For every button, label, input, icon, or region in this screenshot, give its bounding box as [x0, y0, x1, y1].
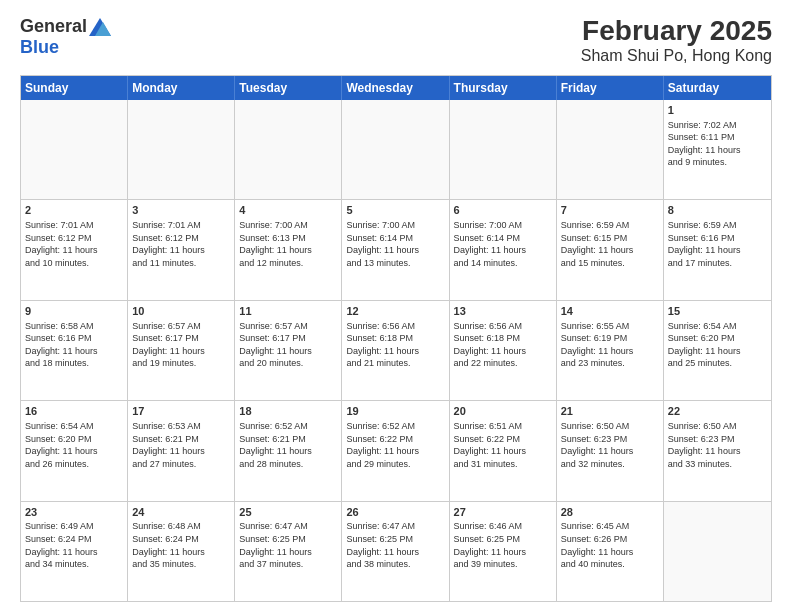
logo-general-text: General: [20, 16, 87, 37]
day-number: 10: [132, 304, 230, 319]
day-info: Sunrise: 7:00 AM Sunset: 6:14 PM Dayligh…: [346, 219, 444, 269]
day-number: 2: [25, 203, 123, 218]
day-info: Sunrise: 7:00 AM Sunset: 6:14 PM Dayligh…: [454, 219, 552, 269]
day-info: Sunrise: 6:50 AM Sunset: 6:23 PM Dayligh…: [668, 420, 767, 470]
day-number: 27: [454, 505, 552, 520]
day-number: 1: [668, 103, 767, 118]
day-number: 21: [561, 404, 659, 419]
day-number: 7: [561, 203, 659, 218]
cal-cell-2-4: 13Sunrise: 6:56 AM Sunset: 6:18 PM Dayli…: [450, 301, 557, 400]
calendar-row-3: 16Sunrise: 6:54 AM Sunset: 6:20 PM Dayli…: [21, 400, 771, 500]
cal-cell-0-5: [557, 100, 664, 199]
day-number: 19: [346, 404, 444, 419]
cal-cell-0-1: [128, 100, 235, 199]
day-info: Sunrise: 6:46 AM Sunset: 6:25 PM Dayligh…: [454, 520, 552, 570]
cal-cell-3-0: 16Sunrise: 6:54 AM Sunset: 6:20 PM Dayli…: [21, 401, 128, 500]
cal-cell-1-2: 4Sunrise: 7:00 AM Sunset: 6:13 PM Daylig…: [235, 200, 342, 299]
cal-cell-4-0: 23Sunrise: 6:49 AM Sunset: 6:24 PM Dayli…: [21, 502, 128, 601]
day-info: Sunrise: 6:53 AM Sunset: 6:21 PM Dayligh…: [132, 420, 230, 470]
header-wednesday: Wednesday: [342, 76, 449, 100]
cal-cell-2-5: 14Sunrise: 6:55 AM Sunset: 6:19 PM Dayli…: [557, 301, 664, 400]
title-month: February 2025: [581, 16, 772, 47]
day-number: 3: [132, 203, 230, 218]
day-info: Sunrise: 6:50 AM Sunset: 6:23 PM Dayligh…: [561, 420, 659, 470]
title-block: February 2025 Sham Shui Po, Hong Kong: [581, 16, 772, 65]
day-info: Sunrise: 6:47 AM Sunset: 6:25 PM Dayligh…: [239, 520, 337, 570]
day-info: Sunrise: 6:45 AM Sunset: 6:26 PM Dayligh…: [561, 520, 659, 570]
cal-cell-3-6: 22Sunrise: 6:50 AM Sunset: 6:23 PM Dayli…: [664, 401, 771, 500]
day-number: 22: [668, 404, 767, 419]
day-number: 17: [132, 404, 230, 419]
cal-cell-2-1: 10Sunrise: 6:57 AM Sunset: 6:17 PM Dayli…: [128, 301, 235, 400]
cal-cell-0-6: 1Sunrise: 7:02 AM Sunset: 6:11 PM Daylig…: [664, 100, 771, 199]
day-number: 5: [346, 203, 444, 218]
cal-cell-1-4: 6Sunrise: 7:00 AM Sunset: 6:14 PM Daylig…: [450, 200, 557, 299]
day-info: Sunrise: 7:01 AM Sunset: 6:12 PM Dayligh…: [132, 219, 230, 269]
cal-cell-3-5: 21Sunrise: 6:50 AM Sunset: 6:23 PM Dayli…: [557, 401, 664, 500]
day-number: 8: [668, 203, 767, 218]
calendar-row-0: 1Sunrise: 7:02 AM Sunset: 6:11 PM Daylig…: [21, 100, 771, 199]
day-info: Sunrise: 6:59 AM Sunset: 6:15 PM Dayligh…: [561, 219, 659, 269]
day-number: 11: [239, 304, 337, 319]
day-number: 13: [454, 304, 552, 319]
cal-cell-0-0: [21, 100, 128, 199]
cal-cell-0-3: [342, 100, 449, 199]
cal-cell-2-6: 15Sunrise: 6:54 AM Sunset: 6:20 PM Dayli…: [664, 301, 771, 400]
logo: General Blue: [20, 16, 111, 58]
logo-icon: [89, 18, 111, 36]
day-info: Sunrise: 6:58 AM Sunset: 6:16 PM Dayligh…: [25, 320, 123, 370]
cal-cell-4-3: 26Sunrise: 6:47 AM Sunset: 6:25 PM Dayli…: [342, 502, 449, 601]
cal-cell-2-0: 9Sunrise: 6:58 AM Sunset: 6:16 PM Daylig…: [21, 301, 128, 400]
header-saturday: Saturday: [664, 76, 771, 100]
day-number: 23: [25, 505, 123, 520]
cal-cell-3-3: 19Sunrise: 6:52 AM Sunset: 6:22 PM Dayli…: [342, 401, 449, 500]
cal-cell-1-5: 7Sunrise: 6:59 AM Sunset: 6:15 PM Daylig…: [557, 200, 664, 299]
header-sunday: Sunday: [21, 76, 128, 100]
cal-cell-4-2: 25Sunrise: 6:47 AM Sunset: 6:25 PM Dayli…: [235, 502, 342, 601]
header: General Blue February 2025 Sham Shui Po,…: [20, 16, 772, 65]
day-number: 20: [454, 404, 552, 419]
day-info: Sunrise: 7:00 AM Sunset: 6:13 PM Dayligh…: [239, 219, 337, 269]
day-info: Sunrise: 6:54 AM Sunset: 6:20 PM Dayligh…: [25, 420, 123, 470]
header-monday: Monday: [128, 76, 235, 100]
cal-cell-2-2: 11Sunrise: 6:57 AM Sunset: 6:17 PM Dayli…: [235, 301, 342, 400]
header-thursday: Thursday: [450, 76, 557, 100]
header-tuesday: Tuesday: [235, 76, 342, 100]
calendar-header: Sunday Monday Tuesday Wednesday Thursday…: [21, 76, 771, 100]
day-info: Sunrise: 7:02 AM Sunset: 6:11 PM Dayligh…: [668, 119, 767, 169]
calendar-row-4: 23Sunrise: 6:49 AM Sunset: 6:24 PM Dayli…: [21, 501, 771, 601]
cal-cell-2-3: 12Sunrise: 6:56 AM Sunset: 6:18 PM Dayli…: [342, 301, 449, 400]
cal-cell-1-6: 8Sunrise: 6:59 AM Sunset: 6:16 PM Daylig…: [664, 200, 771, 299]
day-info: Sunrise: 6:56 AM Sunset: 6:18 PM Dayligh…: [346, 320, 444, 370]
logo-blue-text: Blue: [20, 37, 59, 58]
cal-cell-3-1: 17Sunrise: 6:53 AM Sunset: 6:21 PM Dayli…: [128, 401, 235, 500]
cal-cell-4-4: 27Sunrise: 6:46 AM Sunset: 6:25 PM Dayli…: [450, 502, 557, 601]
cal-cell-3-4: 20Sunrise: 6:51 AM Sunset: 6:22 PM Dayli…: [450, 401, 557, 500]
day-info: Sunrise: 6:54 AM Sunset: 6:20 PM Dayligh…: [668, 320, 767, 370]
cal-cell-4-6: [664, 502, 771, 601]
day-info: Sunrise: 6:48 AM Sunset: 6:24 PM Dayligh…: [132, 520, 230, 570]
day-info: Sunrise: 6:56 AM Sunset: 6:18 PM Dayligh…: [454, 320, 552, 370]
day-info: Sunrise: 6:55 AM Sunset: 6:19 PM Dayligh…: [561, 320, 659, 370]
day-number: 18: [239, 404, 337, 419]
calendar-row-1: 2Sunrise: 7:01 AM Sunset: 6:12 PM Daylig…: [21, 199, 771, 299]
cal-cell-0-4: [450, 100, 557, 199]
day-number: 4: [239, 203, 337, 218]
day-info: Sunrise: 6:59 AM Sunset: 6:16 PM Dayligh…: [668, 219, 767, 269]
day-number: 24: [132, 505, 230, 520]
day-number: 12: [346, 304, 444, 319]
day-number: 16: [25, 404, 123, 419]
cal-cell-3-2: 18Sunrise: 6:52 AM Sunset: 6:21 PM Dayli…: [235, 401, 342, 500]
cal-cell-1-3: 5Sunrise: 7:00 AM Sunset: 6:14 PM Daylig…: [342, 200, 449, 299]
cal-cell-0-2: [235, 100, 342, 199]
day-info: Sunrise: 6:57 AM Sunset: 6:17 PM Dayligh…: [132, 320, 230, 370]
cal-cell-4-1: 24Sunrise: 6:48 AM Sunset: 6:24 PM Dayli…: [128, 502, 235, 601]
page: General Blue February 2025 Sham Shui Po,…: [0, 0, 792, 612]
day-info: Sunrise: 6:57 AM Sunset: 6:17 PM Dayligh…: [239, 320, 337, 370]
cal-cell-4-5: 28Sunrise: 6:45 AM Sunset: 6:26 PM Dayli…: [557, 502, 664, 601]
day-number: 26: [346, 505, 444, 520]
day-number: 9: [25, 304, 123, 319]
calendar-body: 1Sunrise: 7:02 AM Sunset: 6:11 PM Daylig…: [21, 100, 771, 601]
day-info: Sunrise: 6:47 AM Sunset: 6:25 PM Dayligh…: [346, 520, 444, 570]
day-info: Sunrise: 6:52 AM Sunset: 6:21 PM Dayligh…: [239, 420, 337, 470]
